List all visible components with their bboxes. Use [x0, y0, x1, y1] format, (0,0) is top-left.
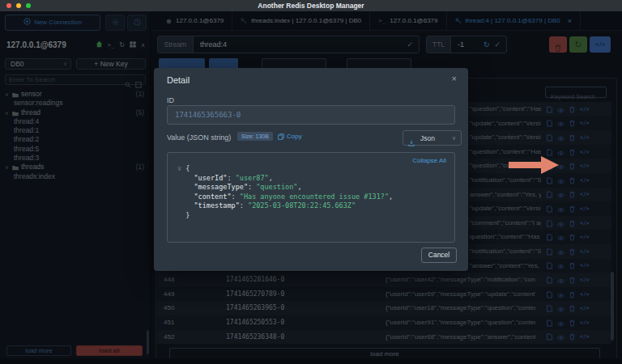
size-badge: Size: 130B	[237, 132, 273, 141]
cancel-button[interactable]: Cancel	[421, 248, 457, 263]
value-viewer: Collapse All ∨ { "userId": "user87", "me…	[167, 152, 455, 243]
id-input[interactable]: 1741465365663-0	[167, 105, 455, 125]
close-dialog-icon[interactable]: ×	[452, 74, 457, 83]
dialog-title: Detail	[167, 75, 190, 85]
json-line: "content": "Has anyone encountered issue…	[177, 193, 393, 202]
value-label: Value (JSON string)	[167, 133, 231, 142]
detail-dialog: Detail × ID 1741465365663-0 Value (JSON …	[154, 68, 468, 271]
window-title: Another Redis Desktop Manager	[0, 0, 622, 11]
format-icon	[408, 135, 415, 150]
copy-label: Copy	[287, 133, 302, 140]
json-line: "messageType": "question",	[177, 183, 393, 193]
annotation-arrow	[509, 154, 559, 180]
chevron-down-icon: ∨	[452, 131, 456, 146]
json-tree: ∨ { "userId": "user87", "messageType": "…	[177, 164, 393, 221]
json-line: "timestamp": "2025-03-08T20:22:45.663Z"	[177, 201, 393, 211]
app-window: Another Redis Desktop Manager New Connec…	[0, 0, 622, 364]
json-line: "userId": "user87",	[177, 174, 393, 184]
copy-button[interactable]: Copy	[278, 133, 302, 140]
json-line: }	[177, 211, 393, 221]
copy-icon	[278, 133, 284, 140]
window-titlebar: Another Redis Desktop Manager	[0, 0, 622, 11]
id-label: ID	[167, 96, 174, 104]
collapse-all-link[interactable]: Collapse All	[412, 157, 446, 164]
format-select-value: Json	[420, 131, 435, 146]
format-select[interactable]: Json ∨	[403, 130, 462, 146]
json-line: ∨ {	[177, 164, 393, 174]
caret-down-icon[interactable]: ∨	[177, 164, 181, 172]
